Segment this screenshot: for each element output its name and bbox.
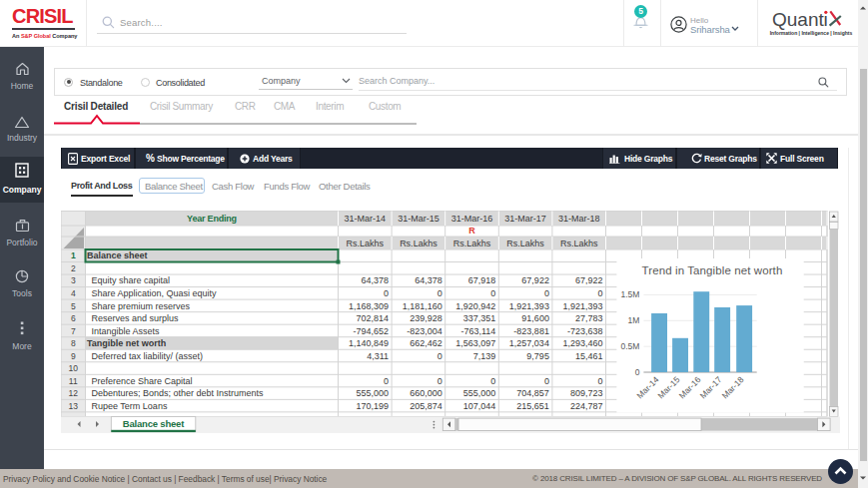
svg-text:64,378: 64,378 (415, 275, 442, 285)
svg-text:1M: 1M (628, 315, 640, 325)
svg-text:7: 7 (71, 326, 76, 336)
svg-text:1,921,393: 1,921,393 (562, 301, 602, 311)
svg-text:0: 0 (490, 288, 495, 298)
svg-text:1,921,393: 1,921,393 (509, 301, 549, 311)
svg-text:0: 0 (384, 376, 389, 386)
svg-text:9: 9 (71, 351, 76, 361)
svg-text:2: 2 (71, 263, 76, 273)
svg-text:809,723: 809,723 (570, 388, 603, 398)
svg-text:Rs.Lakhs: Rs.Lakhs (400, 239, 437, 248)
svg-text:Deferred tax liability/ (asset: Deferred tax liability/ (asset) (92, 351, 204, 361)
svg-text:1.5M: 1.5M (620, 289, 639, 299)
svg-text:Information | Intelligence | I: Information | Intelligence | Insights (770, 30, 853, 36)
svg-text:31-Mar-16: 31-Mar-16 (451, 214, 493, 224)
svg-text:67,922: 67,922 (521, 275, 549, 285)
svg-text:3: 3 (71, 275, 76, 285)
svg-text:Intangible Assets: Intangible Assets (92, 326, 161, 336)
svg-text:8: 8 (71, 338, 76, 348)
svg-text:Equity share capital: Equity share capital (92, 275, 171, 285)
svg-text:1: 1 (71, 250, 76, 260)
svg-text:64,378: 64,378 (362, 275, 390, 285)
svg-text:224,787: 224,787 (570, 401, 603, 411)
svg-text:31-Mar-14: 31-Mar-14 (345, 214, 387, 224)
svg-text:67,918: 67,918 (468, 275, 496, 285)
svg-text:Quant: Quant (772, 9, 824, 30)
svg-text:0: 0 (597, 288, 602, 298)
svg-text:Tangible net worth: Tangible net worth (87, 338, 166, 348)
svg-text:Preference Share Capital: Preference Share Capital (92, 376, 193, 386)
svg-text:9,795: 9,795 (526, 351, 549, 361)
svg-text:662,462: 662,462 (410, 338, 442, 348)
svg-text:0: 0 (544, 376, 549, 386)
svg-text:-823,881: -823,881 (513, 326, 549, 336)
svg-text:-723,638: -723,638 (567, 326, 603, 336)
svg-text:27,783: 27,783 (575, 313, 603, 323)
svg-text:12: 12 (69, 388, 79, 398)
svg-text:107,044: 107,044 (463, 401, 496, 411)
svg-text:702,814: 702,814 (357, 313, 390, 323)
svg-text:Balance sheet: Balance sheet (123, 418, 185, 429)
svg-text:13: 13 (69, 401, 79, 411)
svg-text:205,874: 205,874 (410, 401, 442, 411)
svg-text:31-Mar-18: 31-Mar-18 (558, 214, 600, 224)
svg-text:1,168,309: 1,168,309 (349, 301, 389, 311)
svg-text:Rs.Lakhs: Rs.Lakhs (506, 239, 544, 248)
svg-text:Rs.Lakhs: Rs.Lakhs (347, 239, 385, 248)
svg-text:Rs.Lakhs: Rs.Lakhs (453, 239, 491, 248)
svg-text:Rs.Lakhs: Rs.Lakhs (560, 239, 598, 248)
svg-text:Reserves and surplus: Reserves and surplus (92, 313, 180, 323)
svg-text:10: 10 (69, 363, 79, 373)
svg-text:-794,652: -794,652 (354, 326, 390, 336)
svg-text:Year Ending: Year Ending (187, 214, 237, 224)
svg-text:Balance sheet: Balance sheet (87, 250, 148, 260)
svg-text:67,922: 67,922 (575, 275, 603, 285)
svg-text:7,139: 7,139 (473, 351, 496, 361)
svg-text:Share premium reserves: Share premium reserves (92, 301, 191, 311)
svg-text:15,461: 15,461 (575, 351, 603, 361)
svg-text:5: 5 (71, 301, 76, 311)
svg-text:555,000: 555,000 (463, 388, 496, 398)
svg-text:1,140,849: 1,140,849 (349, 338, 389, 348)
svg-text:R: R (468, 226, 475, 236)
svg-text:0: 0 (490, 376, 495, 386)
svg-text:31-Mar-15: 31-Mar-15 (398, 214, 439, 224)
svg-text:0: 0 (597, 376, 602, 386)
svg-text:0: 0 (384, 288, 389, 298)
svg-text:-823,004: -823,004 (407, 326, 442, 336)
svg-text:1,920,942: 1,920,942 (455, 301, 495, 311)
svg-text:91,600: 91,600 (521, 313, 549, 323)
svg-text:170,199: 170,199 (357, 401, 390, 411)
svg-text:Rupee Term Loans: Rupee Term Loans (92, 401, 168, 411)
svg-text:-763,114: -763,114 (460, 326, 495, 336)
svg-text:239,928: 239,928 (410, 313, 442, 323)
svg-text:1,257,034: 1,257,034 (509, 338, 549, 348)
svg-text:0.5M: 0.5M (620, 341, 639, 351)
svg-text:704,857: 704,857 (516, 388, 549, 398)
svg-text:1,293,460: 1,293,460 (562, 338, 602, 348)
svg-text:337,351: 337,351 (463, 313, 496, 323)
svg-text:0: 0 (437, 288, 442, 298)
svg-text:11: 11 (69, 376, 78, 386)
svg-text:31-Mar-17: 31-Mar-17 (504, 214, 546, 224)
svg-text:4: 4 (71, 288, 76, 298)
svg-text:0: 0 (544, 288, 549, 298)
svg-text:1,563,097: 1,563,097 (455, 338, 495, 348)
svg-text:0: 0 (437, 376, 442, 386)
svg-text:Debentures; Bonds; other debt: Debentures; Bonds; other debt Instrument… (92, 388, 265, 398)
svg-text:0: 0 (437, 351, 442, 361)
svg-text:1,181,160: 1,181,160 (403, 301, 442, 311)
svg-text:Share Application, Quasi equit: Share Application, Quasi equity (92, 288, 218, 298)
svg-text:660,000: 660,000 (410, 388, 442, 398)
svg-text:Trend in Tangible net worth: Trend in Tangible net worth (642, 264, 783, 276)
svg-text:6: 6 (71, 313, 76, 323)
svg-text:555,000: 555,000 (357, 388, 390, 398)
svg-text:4,311: 4,311 (367, 351, 389, 361)
svg-text:215,651: 215,651 (516, 401, 549, 411)
svg-text:0: 0 (635, 367, 640, 377)
